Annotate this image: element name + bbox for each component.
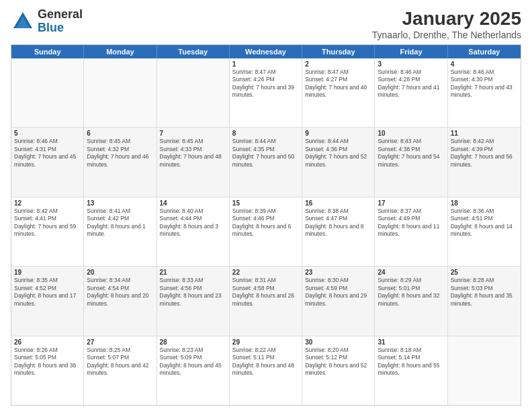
calendar-cell — [84, 58, 157, 127]
calendar-cell: 28Sunrise: 8:23 AMSunset: 5:09 PMDayligh… — [157, 336, 230, 405]
day-number: 14 — [160, 199, 226, 207]
calendar-cell: 12Sunrise: 8:42 AMSunset: 4:41 PMDayligh… — [11, 197, 84, 266]
calendar-cell: 6Sunrise: 8:45 AMSunset: 4:32 PMDaylight… — [84, 128, 157, 196]
cell-details: Sunrise: 8:44 AMSunset: 4:36 PMDaylight:… — [305, 138, 371, 169]
calendar-cell: 26Sunrise: 8:26 AMSunset: 5:05 PMDayligh… — [11, 336, 84, 405]
cell-details: Sunrise: 8:45 AMSunset: 4:33 PMDaylight:… — [160, 138, 226, 169]
cell-details: Sunrise: 8:35 AMSunset: 4:52 PMDaylight:… — [14, 277, 81, 308]
cell-details: Sunrise: 8:42 AMSunset: 4:39 PMDaylight:… — [451, 138, 518, 169]
weekday-header: Wednesday — [230, 45, 302, 58]
day-number: 31 — [378, 338, 444, 346]
cell-details: Sunrise: 8:26 AMSunset: 5:05 PMDaylight:… — [14, 347, 81, 377]
calendar-cell: 20Sunrise: 8:34 AMSunset: 4:54 PMDayligh… — [84, 267, 157, 335]
calendar-cell: 21Sunrise: 8:33 AMSunset: 4:56 PMDayligh… — [157, 267, 230, 335]
calendar-cell — [448, 336, 521, 405]
day-number: 25 — [451, 269, 518, 276]
cell-details: Sunrise: 8:33 AMSunset: 4:56 PMDaylight:… — [160, 277, 226, 308]
day-number: 29 — [232, 338, 299, 346]
calendar-body: 1Sunrise: 8:47 AMSunset: 4:26 PMDaylight… — [11, 58, 521, 405]
title-block: January 2025 Tynaarlo, Drenthe, The Neth… — [372, 8, 521, 40]
day-number: 28 — [160, 338, 226, 346]
cell-details: Sunrise: 8:25 AMSunset: 5:07 PMDaylight:… — [87, 347, 153, 377]
day-number: 19 — [14, 269, 81, 276]
day-number: 26 — [14, 338, 81, 346]
month-title: January 2025 — [372, 8, 521, 30]
cell-details: Sunrise: 8:34 AMSunset: 4:54 PMDaylight:… — [87, 277, 153, 308]
day-number: 22 — [232, 269, 299, 276]
calendar-cell: 13Sunrise: 8:41 AMSunset: 4:42 PMDayligh… — [84, 197, 157, 266]
day-number: 20 — [87, 269, 153, 276]
page: General Blue January 2025 Tynaarlo, Dren… — [0, 0, 532, 411]
cell-details: Sunrise: 8:44 AMSunset: 4:35 PMDaylight:… — [232, 138, 299, 169]
calendar-cell: 29Sunrise: 8:22 AMSunset: 5:11 PMDayligh… — [230, 336, 302, 405]
cell-details: Sunrise: 8:45 AMSunset: 4:32 PMDaylight:… — [87, 138, 153, 169]
cell-details: Sunrise: 8:37 AMSunset: 4:49 PMDaylight:… — [378, 208, 444, 238]
day-number: 12 — [14, 199, 81, 207]
day-number: 4 — [451, 60, 518, 68]
logo-icon — [11, 9, 35, 34]
day-number: 11 — [451, 130, 518, 137]
calendar-row: 26Sunrise: 8:26 AMSunset: 5:05 PMDayligh… — [11, 336, 521, 405]
cell-details: Sunrise: 8:46 AMSunset: 4:31 PMDaylight:… — [14, 138, 81, 169]
day-number: 13 — [87, 199, 153, 207]
logo: General Blue — [11, 8, 83, 35]
weekday-header: Monday — [84, 45, 157, 58]
calendar-row: 1Sunrise: 8:47 AMSunset: 4:26 PMDaylight… — [11, 58, 521, 128]
calendar-cell: 22Sunrise: 8:31 AMSunset: 4:58 PMDayligh… — [230, 267, 302, 335]
logo-text: General Blue — [38, 8, 83, 35]
calendar-cell — [11, 58, 84, 127]
calendar-header: SundayMondayTuesdayWednesdayThursdayFrid… — [11, 45, 521, 58]
day-number: 1 — [232, 60, 299, 68]
calendar: SundayMondayTuesdayWednesdayThursdayFrid… — [11, 44, 521, 406]
logo-general: General — [38, 8, 83, 21]
day-number: 21 — [160, 269, 226, 276]
calendar-cell: 11Sunrise: 8:42 AMSunset: 4:39 PMDayligh… — [448, 128, 521, 196]
day-number: 23 — [305, 269, 371, 276]
calendar-cell: 8Sunrise: 8:44 AMSunset: 4:35 PMDaylight… — [230, 128, 302, 196]
cell-details: Sunrise: 8:46 AMSunset: 4:30 PMDaylight:… — [451, 68, 518, 99]
day-number: 27 — [87, 338, 153, 346]
cell-details: Sunrise: 8:46 AMSunset: 4:28 PMDaylight:… — [378, 68, 444, 99]
calendar-cell: 15Sunrise: 8:39 AMSunset: 4:46 PMDayligh… — [230, 197, 302, 266]
calendar-row: 19Sunrise: 8:35 AMSunset: 4:52 PMDayligh… — [11, 267, 521, 336]
day-number: 10 — [378, 130, 444, 137]
calendar-cell: 1Sunrise: 8:47 AMSunset: 4:26 PMDaylight… — [230, 58, 302, 127]
calendar-cell: 9Sunrise: 8:44 AMSunset: 4:36 PMDaylight… — [302, 128, 375, 196]
cell-details: Sunrise: 8:38 AMSunset: 4:47 PMDaylight:… — [305, 208, 371, 238]
calendar-cell: 5Sunrise: 8:46 AMSunset: 4:31 PMDaylight… — [11, 128, 84, 196]
day-number: 17 — [378, 199, 444, 207]
day-number: 18 — [451, 199, 518, 207]
day-number: 16 — [305, 199, 371, 207]
calendar-row: 12Sunrise: 8:42 AMSunset: 4:41 PMDayligh… — [11, 197, 521, 267]
calendar-row: 5Sunrise: 8:46 AMSunset: 4:31 PMDaylight… — [11, 128, 521, 197]
calendar-cell: 23Sunrise: 8:30 AMSunset: 4:59 PMDayligh… — [302, 267, 375, 335]
calendar-cell: 17Sunrise: 8:37 AMSunset: 4:49 PMDayligh… — [375, 197, 447, 266]
weekday-header: Tuesday — [157, 45, 230, 58]
day-number: 24 — [378, 269, 444, 276]
weekday-header: Sunday — [11, 45, 84, 58]
calendar-cell: 24Sunrise: 8:29 AMSunset: 5:01 PMDayligh… — [375, 267, 447, 335]
location-title: Tynaarlo, Drenthe, The Netherlands — [372, 30, 521, 40]
calendar-cell: 30Sunrise: 8:20 AMSunset: 5:12 PMDayligh… — [302, 336, 375, 405]
cell-details: Sunrise: 8:42 AMSunset: 4:41 PMDaylight:… — [14, 208, 81, 238]
weekday-header: Thursday — [302, 45, 375, 58]
logo-blue: Blue — [38, 21, 83, 35]
calendar-cell: 16Sunrise: 8:38 AMSunset: 4:47 PMDayligh… — [302, 197, 375, 266]
calendar-cell: 14Sunrise: 8:40 AMSunset: 4:44 PMDayligh… — [157, 197, 230, 266]
calendar-cell: 7Sunrise: 8:45 AMSunset: 4:33 PMDaylight… — [157, 128, 230, 196]
cell-details: Sunrise: 8:28 AMSunset: 5:03 PMDaylight:… — [451, 277, 518, 308]
calendar-cell: 4Sunrise: 8:46 AMSunset: 4:30 PMDaylight… — [448, 58, 521, 127]
day-number: 3 — [378, 60, 444, 68]
day-number: 2 — [305, 60, 371, 68]
day-number: 15 — [232, 199, 299, 207]
calendar-cell: 18Sunrise: 8:36 AMSunset: 4:51 PMDayligh… — [448, 197, 521, 266]
calendar-cell — [157, 58, 230, 127]
day-number: 30 — [305, 338, 371, 346]
cell-details: Sunrise: 8:47 AMSunset: 4:26 PMDaylight:… — [232, 68, 299, 99]
cell-details: Sunrise: 8:39 AMSunset: 4:46 PMDaylight:… — [232, 208, 299, 238]
cell-details: Sunrise: 8:29 AMSunset: 5:01 PMDaylight:… — [378, 277, 444, 308]
calendar-cell: 27Sunrise: 8:25 AMSunset: 5:07 PMDayligh… — [84, 336, 157, 405]
cell-details: Sunrise: 8:22 AMSunset: 5:11 PMDaylight:… — [232, 347, 299, 377]
calendar-cell: 31Sunrise: 8:18 AMSunset: 5:14 PMDayligh… — [375, 336, 447, 405]
cell-details: Sunrise: 8:20 AMSunset: 5:12 PMDaylight:… — [305, 347, 371, 377]
